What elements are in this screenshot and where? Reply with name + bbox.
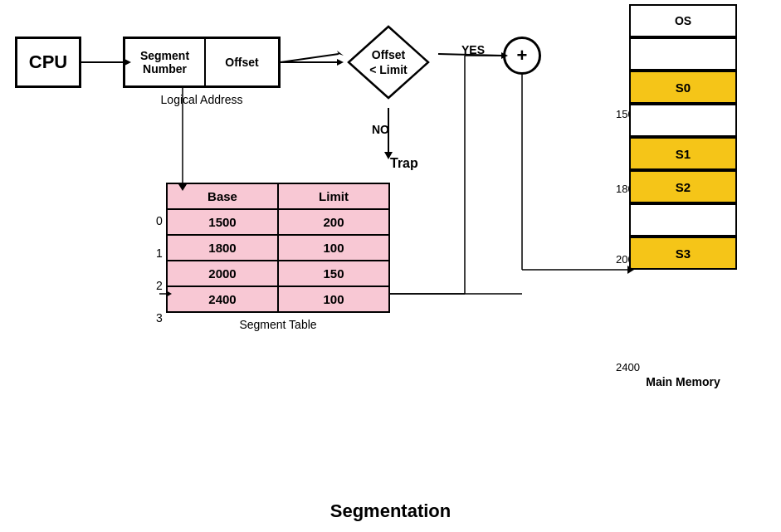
table-cell-limit-3: 100 <box>278 286 389 312</box>
plus-circle: + <box>503 37 541 75</box>
table-cell-base-1: 1800 <box>167 235 278 261</box>
mem-block-s2: S2 <box>629 170 737 203</box>
mem-block-s1: S1 <box>629 137 737 170</box>
diagram: CPU SegmentNumber Offset Logical Address… <box>0 0 781 532</box>
table-row: 2000 150 <box>167 261 389 286</box>
mem-block-os: OS <box>629 4 737 37</box>
main-memory-title: Main Memory <box>629 375 737 388</box>
table-cell-limit-1: 100 <box>278 235 389 261</box>
cpu-label: CPU <box>29 51 67 73</box>
segment-table-label: Segment Table <box>166 318 390 331</box>
logical-address-label: Logical Address <box>123 93 281 106</box>
row-index-1: 1 <box>156 246 163 260</box>
table-row: 1500 200 <box>167 209 389 235</box>
table-cell-base-0: 1500 <box>167 209 278 235</box>
table-cell-limit-0: 200 <box>278 209 389 235</box>
table-header-base: Base <box>167 183 278 209</box>
table-row: 1800 100 <box>167 235 389 261</box>
mem-block-empty-1 <box>629 37 737 71</box>
svg-marker-0 <box>349 27 428 98</box>
mem-block-empty-2 <box>629 104 737 137</box>
row-index-0: 0 <box>156 214 163 227</box>
segment-table-container: Base Limit 1500 200 1800 100 2000 150 <box>166 183 390 331</box>
table-cell-base-3: 2400 <box>167 286 278 312</box>
plus-label: + <box>517 45 528 66</box>
table-header-limit: Limit <box>278 183 389 209</box>
table-cell-base-2: 2000 <box>167 261 278 286</box>
mem-block-s3: S3 <box>629 237 737 270</box>
cpu-box: CPU <box>15 37 81 88</box>
diamond-shape <box>347 25 430 100</box>
table-cell-limit-2: 150 <box>278 261 389 286</box>
row-index-2: 2 <box>156 279 163 292</box>
mem-addr-2400: 2400 <box>616 361 640 373</box>
trap-label: Trap <box>390 156 418 171</box>
diamond-container: Offset< Limit <box>339 17 438 108</box>
segment-table: Base Limit 1500 200 1800 100 2000 150 <box>166 183 390 313</box>
yes-label: YES <box>461 43 485 56</box>
no-label: NO <box>372 123 389 136</box>
row-index-3: 3 <box>156 311 163 325</box>
main-memory: OS S0 S1 S2 S3 <box>629 4 737 270</box>
logical-address-box: SegmentNumber Offset <box>123 37 281 88</box>
mem-block-s0: S0 <box>629 71 737 104</box>
segment-number-cell: SegmentNumber <box>125 39 206 85</box>
table-row: 2400 100 <box>167 286 389 312</box>
offset-cell: Offset <box>206 39 278 85</box>
segmentation-title: Segmentation <box>0 500 781 522</box>
svg-line-3 <box>281 54 339 62</box>
mem-block-empty-3 <box>629 203 737 237</box>
